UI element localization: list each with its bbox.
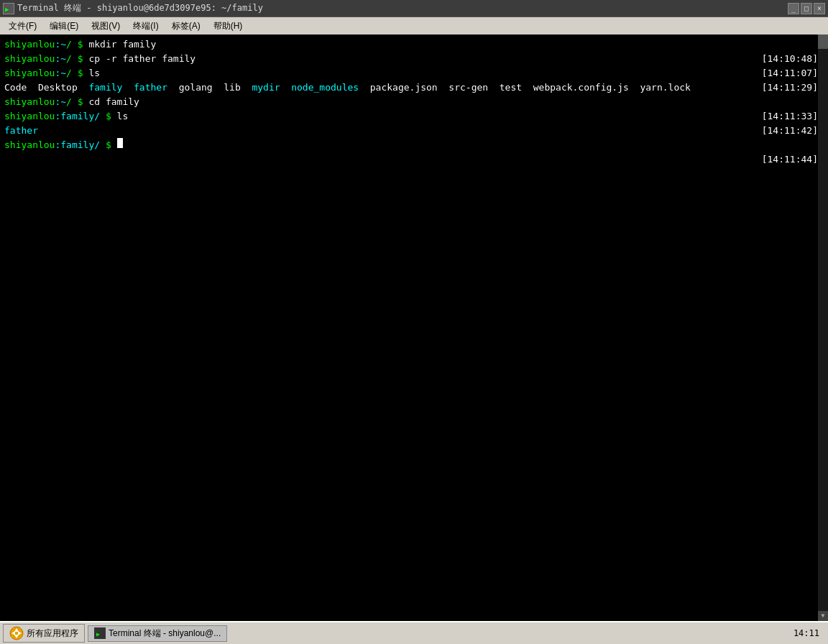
scrollbar-thumb[interactable] bbox=[818, 34, 828, 49]
terminal-line-3: shiyanlou:~/ $ ls [14:11:29] bbox=[4, 66, 824, 80]
cmd-1: mkdir family bbox=[83, 37, 157, 52]
menu-tabs[interactable]: 标签(A) bbox=[166, 19, 206, 34]
window-controls: _ □ × bbox=[788, 3, 825, 14]
terminal-output-1: Code Desktop family father golang lib my… bbox=[4, 80, 824, 95]
prompt-dollar-2: / $ bbox=[66, 52, 83, 66]
prompt-user-6: shiyanlou bbox=[4, 109, 55, 124]
prompt-dollar-5: / $ bbox=[66, 95, 83, 109]
terminal-line-6: shiyanlou:family/ $ ls [14:11:42] bbox=[4, 109, 824, 124]
prompt-sep-3: :~ bbox=[55, 66, 66, 80]
svg-text:▶: ▶ bbox=[5, 6, 9, 13]
ls-node-modules: node_modules bbox=[291, 80, 370, 95]
prompt-sep-6: : bbox=[55, 109, 60, 124]
prompt-sep-2: :~ bbox=[55, 52, 66, 66]
prompt-dollar-3: / $ bbox=[66, 66, 83, 80]
ls-package: package.json src-gen test webpack.config… bbox=[370, 80, 691, 95]
prompt-path-5: ~ bbox=[60, 95, 66, 109]
scrollbar[interactable]: ▲ ▼ bbox=[818, 34, 828, 621]
close-button[interactable]: × bbox=[814, 3, 825, 14]
menu-help[interactable]: 帮助(H) bbox=[208, 19, 249, 34]
taskbar-left: 所有应用程序 ▶ Terminal 终端 - shiyanlou@... bbox=[3, 624, 227, 643]
prompt-user-3: shiyanlou bbox=[4, 66, 55, 80]
cmd-6: ls bbox=[111, 109, 128, 124]
cmd-5: cd family bbox=[83, 95, 139, 109]
terminal-line-8: shiyanlou:family/ $ [14:11:44] bbox=[4, 138, 824, 152]
timestamp-8: [14:11:44] bbox=[762, 152, 818, 167]
prompt-user-5: shiyanlou bbox=[4, 95, 55, 109]
minimize-button[interactable]: _ bbox=[788, 3, 799, 14]
menu-bar: 文件(F) 编辑(E) 视图(V) 终端(I) 标签(A) 帮助(H) bbox=[0, 17, 828, 34]
terminal-line-5: shiyanlou:~/ $ cd family [14:11:33] bbox=[4, 95, 824, 109]
terminal-line-1: shiyanlou:~/ $ mkdir family [14:10:48] bbox=[4, 37, 824, 52]
cmd-8 bbox=[111, 138, 117, 152]
cmd-3: ls bbox=[83, 66, 100, 80]
prompt-user-1: shiyanlou bbox=[4, 37, 55, 52]
prompt-path-6: family/ bbox=[60, 109, 100, 124]
prompt-user-2: shiyanlou bbox=[4, 52, 55, 66]
menu-view[interactable]: 视图(V) bbox=[86, 19, 126, 34]
scrollbar-down[interactable]: ▼ bbox=[818, 611, 828, 621]
terminal-output-2: father bbox=[4, 124, 824, 138]
title-bar-left: ▶ Terminal 终端 - shiyanlou@6de7d3097e95: … bbox=[3, 2, 263, 14]
terminal-cursor bbox=[117, 138, 123, 148]
ls-rest: golang lib bbox=[179, 80, 252, 95]
prompt-dollar-8: $ bbox=[100, 138, 111, 152]
prompt-path-8: family/ bbox=[60, 138, 100, 152]
prompt-dollar-6: $ bbox=[100, 109, 111, 124]
terminal-taskbar-item[interactable]: ▶ Terminal 终端 - shiyanlou@... bbox=[88, 625, 227, 642]
ls-output-home: Code Desktop bbox=[4, 80, 88, 95]
terminal-window-label: Terminal 终端 - shiyanlou@... bbox=[109, 627, 221, 640]
prompt-user-8: shiyanlou bbox=[4, 138, 55, 152]
title-bar: ▶ Terminal 终端 - shiyanlou@6de7d3097e95: … bbox=[0, 0, 828, 17]
prompt-sep-1: :~ bbox=[55, 37, 66, 52]
prompt-dollar-1: / $ bbox=[66, 37, 83, 52]
window-title: Terminal 终端 - shiyanlou@6de7d3097e95: ~/… bbox=[17, 2, 263, 14]
taskbar: 所有应用程序 ▶ Terminal 终端 - shiyanlou@... 14:… bbox=[0, 621, 828, 644]
terminal-line-2: shiyanlou:~/ $ cp -r father family [14:1… bbox=[4, 52, 824, 66]
apps-label: 所有应用程序 bbox=[27, 627, 78, 640]
terminal-icon: ▶ bbox=[3, 3, 14, 14]
ls-mydir: mydir bbox=[252, 80, 291, 95]
apps-icon bbox=[9, 626, 24, 640]
terminal-taskbar-icon: ▶ bbox=[94, 627, 106, 639]
taskbar-time: 14:11 bbox=[794, 628, 825, 638]
prompt-sep-5: : bbox=[55, 95, 60, 109]
maximize-button[interactable]: □ bbox=[801, 3, 812, 14]
terminal-area[interactable]: shiyanlou:~/ $ mkdir family [14:10:48] s… bbox=[0, 34, 828, 621]
menu-edit[interactable]: 编辑(E) bbox=[44, 19, 84, 34]
cmd-2: cp -r father family bbox=[83, 52, 196, 66]
ls-father: father bbox=[134, 80, 179, 95]
menu-file[interactable]: 文件(F) bbox=[3, 19, 42, 34]
svg-text:▶: ▶ bbox=[96, 631, 100, 638]
ls-family: family bbox=[88, 80, 134, 95]
prompt-sep-8: : bbox=[55, 138, 60, 152]
ls-father-family: father bbox=[4, 124, 38, 138]
apps-button[interactable]: 所有应用程序 bbox=[3, 624, 85, 643]
menu-terminal[interactable]: 终端(I) bbox=[127, 19, 164, 34]
